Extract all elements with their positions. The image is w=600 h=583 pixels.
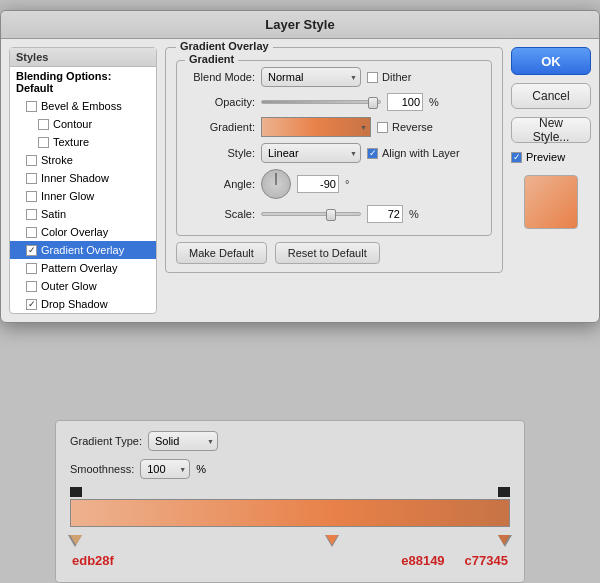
pattern-overlay-checkbox[interactable] xyxy=(26,263,37,274)
dither-label-wrap: Dither xyxy=(367,71,411,83)
new-style-button[interactable]: New Style... xyxy=(511,117,591,143)
sidebar-item-contour[interactable]: Contour xyxy=(10,115,156,133)
opacity-label: Opacity: xyxy=(185,96,255,108)
style-select-wrapper[interactable]: Linear Radial Angle xyxy=(261,143,361,163)
align-checkbox[interactable] xyxy=(367,148,378,159)
gradient-overlay-checkbox[interactable] xyxy=(26,245,37,256)
style-select[interactable]: Linear Radial Angle xyxy=(261,143,361,163)
gradient-swatch-wrapper[interactable] xyxy=(261,117,371,137)
top-handles-row xyxy=(70,485,510,499)
smoothness-unit: % xyxy=(196,463,206,475)
opacity-thumb[interactable] xyxy=(368,97,378,109)
opacity-row: Opacity: % xyxy=(185,93,483,111)
gradient-swatch[interactable] xyxy=(261,117,371,137)
color-labels: edb28f e88149 c77345 xyxy=(70,553,510,568)
gradient-editor-panel: Gradient Type: Solid Noise Smoothness: 1… xyxy=(55,420,525,583)
angle-row: Angle: ° xyxy=(185,169,483,199)
gradient-overlay-section: Gradient Overlay Gradient Blend Mode: No… xyxy=(165,47,503,273)
preview-swatch xyxy=(524,175,578,229)
sidebar-item-gradient-overlay[interactable]: Gradient Overlay xyxy=(10,241,156,259)
gradient-label: Gradient: xyxy=(185,121,255,133)
top-handle-left[interactable] xyxy=(70,487,82,497)
gradient-type-label: Gradient Type: xyxy=(70,435,142,447)
drop-shadow-checkbox[interactable] xyxy=(26,299,37,310)
sidebar-item-inner-glow[interactable]: Inner Glow xyxy=(10,187,156,205)
sidebar: Styles Blending Options: Default Bevel &… xyxy=(9,47,157,314)
layer-style-dialog: Layer Style Styles Blending Options: Def… xyxy=(0,10,600,323)
sidebar-item-inner-shadow[interactable]: Inner Shadow xyxy=(10,169,156,187)
sidebar-item-bevel[interactable]: Bevel & Emboss xyxy=(10,97,156,115)
satin-checkbox[interactable] xyxy=(26,209,37,220)
smoothness-select[interactable]: 100 xyxy=(140,459,190,479)
preview-checkbox[interactable] xyxy=(511,152,522,163)
outer-glow-checkbox[interactable] xyxy=(26,281,37,292)
gradient-bar-wrapper xyxy=(70,499,510,527)
dialog-title: Layer Style xyxy=(1,11,599,39)
align-text: Align with Layer xyxy=(382,147,460,159)
angle-dial-indicator xyxy=(276,173,277,185)
sidebar-item-stroke[interactable]: Stroke xyxy=(10,151,156,169)
sidebar-item-texture[interactable]: Texture xyxy=(10,133,156,151)
blend-mode-select-wrapper[interactable]: Normal Multiply Screen xyxy=(261,67,361,87)
bottom-handles-row xyxy=(70,529,510,547)
blend-mode-row: Blend Mode: Normal Multiply Screen Dithe… xyxy=(185,67,483,87)
inner-shadow-checkbox[interactable] xyxy=(26,173,37,184)
top-handle-right[interactable] xyxy=(498,487,510,497)
dither-text: Dither xyxy=(382,71,411,83)
gradient-bar[interactable] xyxy=(70,499,510,527)
sidebar-item-drop-shadow[interactable]: Drop Shadow xyxy=(10,295,156,313)
color-labels-right: e88149 c77345 xyxy=(401,553,508,568)
scale-slider[interactable] xyxy=(261,212,361,216)
preview-text: Preview xyxy=(526,151,565,163)
smoothness-row: Smoothness: 100 % xyxy=(70,459,510,479)
opacity-unit: % xyxy=(429,96,439,108)
bevel-checkbox[interactable] xyxy=(26,101,37,112)
angle-label: Angle: xyxy=(185,178,255,190)
preview-label-row: Preview xyxy=(511,151,591,163)
bottom-handle-mid[interactable] xyxy=(326,535,338,545)
stroke-checkbox[interactable] xyxy=(26,155,37,166)
gradient-inner-section: Gradient Blend Mode: Normal Multiply Scr… xyxy=(176,60,492,236)
angle-unit: ° xyxy=(345,178,349,190)
opacity-slider[interactable] xyxy=(261,100,381,104)
scale-input[interactable] xyxy=(367,205,403,223)
color-overlay-checkbox[interactable] xyxy=(26,227,37,238)
bottom-buttons: Make Default Reset to Default xyxy=(176,242,492,264)
sidebar-item-blending[interactable]: Blending Options: Default xyxy=(10,67,156,97)
gradient-type-select-wrapper[interactable]: Solid Noise xyxy=(148,431,218,451)
scale-row: Scale: % xyxy=(185,205,483,223)
color-label-edb: edb28f xyxy=(72,553,114,568)
gradient-type-select[interactable]: Solid Noise xyxy=(148,431,218,451)
make-default-button[interactable]: Make Default xyxy=(176,242,267,264)
color-label-c77: c77345 xyxy=(465,553,508,568)
reset-to-default-button[interactable]: Reset to Default xyxy=(275,242,380,264)
angle-dial[interactable] xyxy=(261,169,291,199)
sidebar-item-pattern-overlay[interactable]: Pattern Overlay xyxy=(10,259,156,277)
reverse-checkbox[interactable] xyxy=(377,122,388,133)
style-label: Style: xyxy=(185,147,255,159)
sidebar-item-color-overlay[interactable]: Color Overlay xyxy=(10,223,156,241)
gradient-overlay-title: Gradient Overlay xyxy=(176,40,273,52)
smoothness-select-wrapper[interactable]: 100 xyxy=(140,459,190,479)
contour-checkbox[interactable] xyxy=(38,119,49,130)
dither-checkbox[interactable] xyxy=(367,72,378,83)
sidebar-item-satin[interactable]: Satin xyxy=(10,205,156,223)
gradient-type-row: Gradient Type: Solid Noise xyxy=(70,431,510,451)
opacity-input[interactable] xyxy=(387,93,423,111)
blending-label: Blending Options: Default xyxy=(16,70,150,94)
color-label-e88: e88149 xyxy=(401,553,444,568)
blend-mode-select[interactable]: Normal Multiply Screen xyxy=(261,67,361,87)
ok-button[interactable]: OK xyxy=(511,47,591,75)
bottom-handle-left[interactable] xyxy=(70,535,82,545)
bottom-handle-right[interactable] xyxy=(498,535,510,545)
cancel-button[interactable]: Cancel xyxy=(511,83,591,109)
inner-glow-checkbox[interactable] xyxy=(26,191,37,202)
texture-checkbox[interactable] xyxy=(38,137,49,148)
scale-thumb[interactable] xyxy=(326,209,336,221)
angle-input[interactable] xyxy=(297,175,339,193)
smoothness-label: Smoothness: xyxy=(70,463,134,475)
sidebar-header: Styles xyxy=(10,48,156,67)
style-row: Style: Linear Radial Angle Align with La… xyxy=(185,143,483,163)
sidebar-item-outer-glow[interactable]: Outer Glow xyxy=(10,277,156,295)
reverse-label-wrap: Reverse xyxy=(377,121,433,133)
